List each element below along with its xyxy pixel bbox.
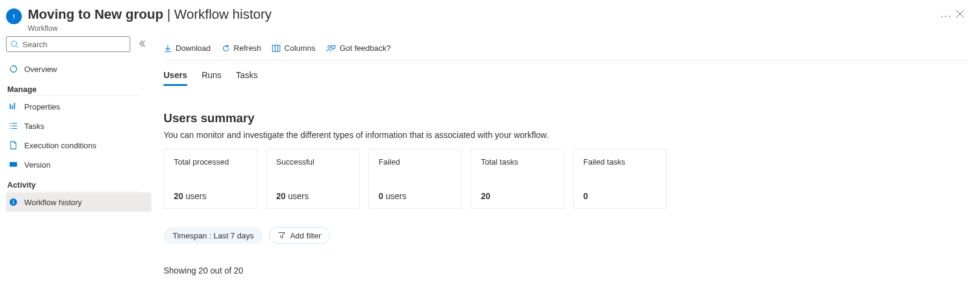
card-label: Total processed — [174, 157, 247, 166]
card-failed-tasks: Failed tasks 0 — [573, 148, 667, 209]
refresh-button[interactable]: Refresh — [222, 44, 262, 53]
svg-rect-7 — [10, 104, 11, 110]
sidebar-item-version[interactable]: Version — [6, 155, 151, 174]
more-actions-button[interactable]: ··· — [941, 6, 952, 22]
svg-point-5 — [12, 41, 17, 47]
divider — [6, 191, 139, 191]
card-value: 0 — [583, 191, 657, 201]
page-title-page: Workflow history — [174, 7, 272, 22]
document-icon — [8, 140, 18, 150]
timespan-filter-label: Timespan : Last 7 days — [173, 231, 254, 240]
sidebar-section-activity: Activity — [6, 180, 151, 189]
page-subtitle: Workflow — [28, 24, 929, 33]
divider — [6, 95, 139, 96]
version-icon — [8, 160, 18, 169]
svg-line-6 — [16, 46, 19, 48]
main-content: Download Refresh Columns Got feedbac — [151, 36, 980, 305]
card-value: 20 — [481, 191, 554, 201]
sidebar-item-label: Execution conditions — [24, 141, 96, 150]
toolbar-label: Got feedback? — [340, 44, 391, 53]
overview-icon — [8, 64, 18, 74]
svg-point-25 — [328, 45, 330, 48]
tasks-icon — [8, 121, 18, 131]
sidebar-item-label: Properties — [24, 102, 60, 111]
card-label: Total tasks — [481, 157, 554, 166]
add-filter-label: Add filter — [290, 231, 321, 240]
sidebar-item-label: Overview — [24, 65, 57, 74]
svg-rect-9 — [14, 103, 15, 110]
tab-runs[interactable]: Runs — [202, 67, 222, 86]
sidebar-item-overview[interactable]: Overview — [6, 59, 151, 79]
toolbar-label: Refresh — [234, 44, 262, 53]
sidebar-item-label: Workflow history — [24, 198, 82, 207]
page-title-sep: | — [164, 7, 174, 22]
summary-cards: Total processed 20 users Successful 20 u… — [164, 148, 968, 209]
sidebar-section-manage: Manage — [6, 85, 151, 94]
page-title-main: Moving to New group — [28, 7, 164, 22]
section-description: You can monitor and investigate the diff… — [164, 130, 968, 140]
refresh-icon — [222, 44, 230, 53]
properties-icon — [8, 102, 18, 111]
svg-rect-16 — [10, 162, 17, 167]
feedback-icon — [326, 44, 336, 53]
card-total-tasks: Total tasks 20 — [471, 148, 564, 209]
card-value: 20 users — [276, 191, 349, 201]
card-label: Failed — [379, 157, 452, 166]
search-input[interactable] — [19, 40, 126, 49]
card-label: Successful — [276, 157, 349, 166]
card-total-processed: Total processed 20 users — [164, 148, 257, 209]
sidebar: Overview Manage Properties Tasks — [0, 36, 151, 305]
sidebar-item-properties[interactable]: Properties — [6, 97, 151, 116]
feedback-button[interactable]: Got feedback? — [326, 44, 391, 53]
timespan-filter-pill[interactable]: Timespan : Last 7 days — [164, 227, 263, 244]
svg-rect-18 — [13, 202, 13, 204]
svg-rect-2 — [13, 18, 15, 19]
sidebar-item-label: Tasks — [24, 122, 44, 131]
tab-tasks[interactable]: Tasks — [236, 67, 258, 86]
page-title: Moving to New group | Workflow history — [28, 6, 929, 23]
download-button[interactable]: Download — [164, 44, 211, 53]
page-header: Moving to New group | Workflow history W… — [0, 0, 980, 36]
sidebar-item-workflow-history[interactable]: Workflow history — [6, 192, 151, 212]
columns-icon — [272, 44, 280, 53]
search-icon — [10, 40, 19, 48]
svg-rect-22 — [273, 45, 280, 51]
filter-bar: Timespan : Last 7 days Add filter — [164, 227, 968, 244]
search-box[interactable] — [6, 36, 130, 52]
close-button[interactable] — [952, 6, 968, 22]
card-label: Failed tasks — [583, 157, 657, 166]
tab-users[interactable]: Users — [164, 67, 187, 86]
section-heading: Users summary — [164, 111, 968, 125]
card-successful: Successful 20 users — [266, 148, 360, 209]
download-icon — [164, 44, 172, 53]
command-bar: Download Refresh Columns Got feedbac — [164, 36, 968, 61]
card-value: 20 users — [174, 191, 247, 201]
toolbar-label: Columns — [284, 44, 315, 53]
add-filter-button[interactable]: Add filter — [269, 227, 330, 244]
tab-bar: Users Runs Tasks — [164, 67, 968, 86]
svg-rect-19 — [13, 200, 13, 201]
card-failed: Failed 0 users — [368, 148, 462, 209]
sidebar-item-execution-conditions[interactable]: Execution conditions — [6, 136, 151, 155]
columns-button[interactable]: Columns — [272, 44, 315, 53]
workflow-badge-icon — [6, 8, 22, 24]
info-icon — [8, 197, 18, 207]
filter-icon — [278, 232, 285, 239]
svg-rect-8 — [12, 105, 13, 109]
svg-rect-1 — [13, 15, 15, 18]
results-count: Showing 20 out of 20 — [164, 266, 968, 275]
card-value: 0 users — [379, 191, 452, 201]
sidebar-item-label: Version — [24, 160, 50, 169]
sidebar-item-tasks[interactable]: Tasks — [6, 116, 151, 136]
collapse-sidebar-button[interactable] — [136, 37, 148, 51]
toolbar-label: Download — [176, 44, 211, 53]
